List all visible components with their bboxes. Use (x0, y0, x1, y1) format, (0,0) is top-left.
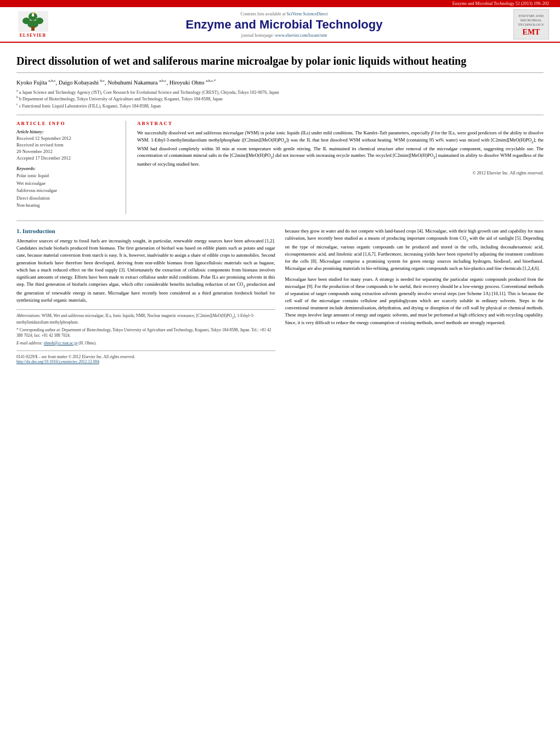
body-right-column: because they grow in water and do not co… (285, 228, 544, 364)
journal-header: ELSEVIER Contents lists available at Sci… (0, 7, 560, 43)
body-right-para-2: Microalgae have been studied for many ye… (285, 276, 544, 326)
journal-volume-info: Enzyme and Microbial Technology 52 (2013… (452, 1, 549, 6)
journal-title-header: Enzyme and Microbial Technology (66, 18, 502, 32)
received-revised: Received in revised form20 November 2012 (16, 142, 117, 155)
section1-heading: 1. Introduction (16, 228, 275, 234)
body-left-column: 1. Introduction Alternative sources of e… (16, 228, 275, 364)
accepted-date: Accepted 17 December 2012 (16, 155, 117, 162)
kw-2: Wet microalgae (16, 180, 117, 188)
received-date: Received 12 September 2012 (16, 135, 117, 142)
corresponding-footnote: * Corresponding author at: Department of… (16, 327, 275, 339)
kw-3: Saliferous microalgae (16, 187, 117, 195)
doi-link[interactable]: http://dx.doi.org/10.1016/j.enzmictec.20… (16, 359, 99, 364)
homepage-link[interactable]: www.elsevier.com/locate/emt (275, 33, 327, 38)
top-bar: Enzyme and Microbial Technology 52 (2013… (0, 0, 560, 7)
affiliations: a a Japan Science and Technology Agency … (16, 89, 544, 109)
journal-homepage: journal homepage: www.elsevier.com/locat… (66, 33, 502, 38)
bottom-bar: 0141-0229/$ – see front matter © 2012 El… (16, 350, 275, 364)
authors-line: Kyoko Fujita a,b,c, Daigo Kobayashi b,c,… (16, 78, 544, 86)
article-info-abstract: ARTICLE INFO Article history: Received 1… (16, 115, 544, 214)
article-title: Direct dissolution of wet and saliferous… (16, 54, 544, 73)
affil-c: c c Functional Ionic Liquid Laboratories… (16, 103, 544, 109)
page: Enzyme and Microbial Technology 52 (2013… (0, 0, 560, 741)
keywords-list: Polar ionic liquid Wet microalgae Salife… (16, 172, 117, 210)
abstract-text: We successfully dissolved wet and salife… (137, 129, 544, 167)
footnote-area: Abbreviations: WSM, Wet and saliferous m… (16, 309, 275, 346)
elsevier-tree-icon (18, 11, 48, 32)
history-subsection: Article history: Received 12 September 2… (16, 129, 117, 162)
elsevier-logo: ELSEVIER (11, 9, 55, 39)
doi-line: http://dx.doi.org/10.1016/j.enzmictec.20… (16, 359, 275, 364)
history-label: Article history: (16, 129, 117, 134)
svg-rect-5 (31, 26, 35, 31)
kw-4: Direct dissolution (16, 195, 117, 202)
abbreviations-footnote: Abbreviations: WSM, Wet and saliferous m… (16, 313, 275, 326)
affil-a: a a Japan Science and Technology Agency … (16, 89, 544, 95)
sciverse-line: Contents lists available at SciVerse Sci… (66, 12, 502, 16)
keywords-label: Keywords: (16, 166, 117, 171)
emt-logo: ENZYME ANDMICROBIALTECHNOLOGY EMT (513, 9, 549, 39)
kw-5: Non-heating (16, 202, 117, 210)
copyright: © 2012 Elsevier Inc. All rights reserved… (137, 171, 544, 176)
sciverse-link[interactable]: SciVerse ScienceDirect (287, 12, 328, 16)
email-footnote: E-mail address: ohnoh@cc.tuat.ac.jp (H. … (16, 341, 275, 347)
article-info-label: ARTICLE INFO (16, 121, 117, 126)
abstract-label: ABSTRACT (137, 121, 544, 126)
section1-number: 1. (16, 228, 21, 234)
body-columns: 1. Introduction Alternative sources of e… (16, 220, 544, 364)
issn-line: 0141-0229/$ – see front matter © 2012 El… (16, 354, 275, 359)
abstract-panel: ABSTRACT We successfully dissolved wet a… (137, 121, 544, 214)
emt-badge: EMT (523, 28, 540, 37)
body-right-para-1: because they grow in water and do not co… (285, 228, 544, 273)
article-info-panel: ARTICLE INFO Article history: Received 1… (16, 121, 126, 214)
section1-title: Introduction (22, 228, 55, 234)
email-link[interactable]: ohnoh@cc.tuat.ac.jp (44, 341, 78, 346)
journal-center: Contents lists available at SciVerse Sci… (55, 12, 513, 38)
affil-b: b b Department of Biotechnology, Tokyo U… (16, 95, 544, 101)
elsevier-label: ELSEVIER (20, 33, 46, 38)
kw-1: Polar ionic liquid (16, 172, 117, 180)
keywords-subsection: Keywords: Polar ionic liquid Wet microal… (16, 166, 117, 210)
body-left-para-1: Alternative sources of energy to fossil … (16, 237, 275, 304)
article-content: Direct dissolution of wet and saliferous… (0, 43, 560, 375)
